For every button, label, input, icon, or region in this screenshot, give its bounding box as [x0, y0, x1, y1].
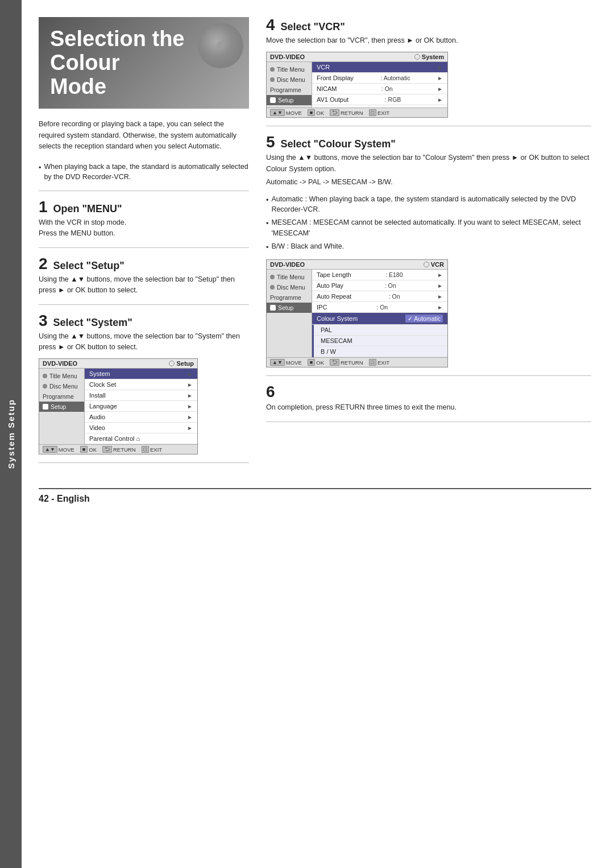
menu4-sidebar-programme: Programme: [267, 85, 312, 95]
menu3-sidebar-programme: Programme: [39, 391, 84, 402]
menu5-sub-pal: PAL: [314, 325, 447, 336]
disc-icon-4a: [270, 67, 275, 72]
step-3-body: Using the ▲▼ buttons, move the selection…: [39, 331, 249, 353]
step-4-header: 4 Select "VCR": [266, 17, 591, 33]
menu5-row-tape: Tape Length : E180 ►: [312, 270, 447, 280]
step-4: 4 Select "VCR" Move the selection bar to…: [266, 17, 591, 118]
menu5-sub-bw: B / W: [314, 346, 447, 357]
arrow-icon-5d: ►: [437, 304, 443, 311]
menu5-body: Title Menu Disc Menu Programme: [267, 270, 447, 357]
menu5-row-ipc: IPC : On ►: [312, 302, 447, 313]
circle-icon-5: [424, 262, 429, 267]
menu4-sidebar-setup: Setup: [267, 95, 312, 105]
menu4-body: Title Menu Disc Menu Programme: [267, 62, 447, 108]
menu3-sidebar-title-menu: Title Menu: [39, 371, 84, 381]
menu5-footer: ▲▼ MOVE ■ OK ⮌ RETURN □ EXIT: [267, 357, 447, 367]
step-5-body: Using the ▲▼ buttons, move the selection…: [266, 152, 591, 188]
page-title: Selection the Colour Mode: [50, 27, 238, 98]
menu5-sidebar-setup: Setup: [267, 303, 312, 313]
menu4-row-av1: AV1 Output : RGB ►: [312, 94, 447, 105]
columns-layout: Selection the Colour Mode Before recordi…: [39, 17, 591, 471]
menu3-sidebar: Title Menu Disc Menu Programme: [39, 369, 85, 444]
step-6: 6 On completion, press RETURN three time…: [266, 384, 591, 413]
step-5: 5 Select "Colour System" Using the ▲▼ bu…: [266, 134, 591, 367]
step-1-header: 1 Open "MENU": [39, 199, 249, 215]
step-6-header: 6: [266, 384, 591, 400]
step-4-body: Move the selection bar to "VCR", then pr…: [266, 35, 591, 46]
menu4-header: DVD-VIDEO System: [267, 52, 447, 62]
menu5-row-autoplay: Auto Play : On ►: [312, 280, 447, 291]
arrow-icon: ►: [187, 371, 193, 377]
arrow-icon-5b: ►: [437, 283, 443, 289]
menu3-row-install: Install ►: [85, 390, 197, 401]
menu5-sidebar-title: Title Menu: [267, 272, 312, 282]
divider-4: [39, 462, 249, 463]
main-content: Selection the Colour Mode Before recordi…: [22, 0, 614, 521]
sidebar: System Setup: [0, 0, 22, 868]
gear-icon-5: [270, 305, 276, 311]
step-1: 1 Open "MENU" With the VCR in stop mode.…: [39, 199, 249, 239]
disc-icon-5a: [270, 275, 275, 279]
menu3-content: System ► Clock Set ► Install ►: [85, 369, 197, 444]
bullet-automatic: • Automatic : When playing back a tape, …: [266, 194, 591, 216]
step-5-header: 5 Select "Colour System": [266, 134, 591, 150]
arrow-icon-5a: ►: [437, 272, 443, 278]
gear-icon-3: [43, 404, 48, 410]
step-1-body: With the VCR in stop mode. Press the MEN…: [39, 217, 249, 239]
menu5-sidebar-programme: Programme: [267, 292, 312, 303]
intro-bullet: • When playing back a tape, the standard…: [39, 162, 249, 183]
menu3-sidebar-disc-menu: Disc Menu: [39, 381, 84, 391]
menu4-row-vcr: VCR ►: [312, 62, 447, 73]
arrow-icon6: ►: [187, 425, 193, 431]
arrow-icon-4d: ►: [437, 97, 443, 103]
arrow-icon2: ►: [187, 382, 193, 388]
menu3-row-language: Language ►: [85, 401, 197, 412]
page-footer: 42 - English: [39, 488, 591, 504]
menu3-header: DVD-VIDEO Setup: [39, 359, 197, 369]
menu-screenshot-4: DVD-VIDEO System Title Menu: [266, 52, 448, 118]
arrow-icon4: ►: [187, 403, 193, 410]
arrow-icon5: ►: [187, 414, 193, 420]
menu3-row-clockset: Clock Set ►: [85, 379, 197, 390]
menu4-footer: ▲▼ MOVE ■ OK ⮌ RETURN □ EXIT: [267, 108, 447, 117]
menu4-sidebar: Title Menu Disc Menu Programme: [267, 62, 312, 108]
step-2-header: 2 Select "Setup": [39, 256, 249, 272]
bullet-mesecam: • MESECAM : MESECAM cannot be selected a…: [266, 217, 591, 239]
menu3-body: Title Menu Disc Menu Programme: [39, 369, 197, 444]
menu5-header: DVD-VIDEO VCR: [267, 260, 447, 270]
left-column: Selection the Colour Mode Before recordi…: [39, 17, 249, 471]
menu4-content: VCR ► Front Display : Automatic ► NICAM …: [312, 62, 447, 108]
divider-3: [39, 304, 249, 305]
divider-2: [39, 247, 249, 248]
step-5-bullets: • Automatic : When playing back a tape, …: [266, 194, 591, 253]
step-3: 3 Select "System" Using the ▲▼ buttons, …: [39, 313, 249, 455]
bullet-bw: • B/W : Black and White.: [266, 241, 591, 253]
step-2: 2 Select "Setup" Using the ▲▼ buttons, m…: [39, 256, 249, 296]
arrow-icon-4b: ►: [437, 75, 443, 81]
step-2-body: Using the ▲▼ buttons, move the selection…: [39, 274, 249, 296]
disc-icon-5b: [270, 285, 275, 290]
divider-5: [266, 126, 591, 126]
menu3-row-video: Video ►: [85, 423, 197, 433]
right-column: 4 Select "VCR" Move the selection bar to…: [266, 17, 591, 471]
menu5-submenu: PAL MESECAM B / W: [312, 325, 447, 357]
menu5-sidebar-disc: Disc Menu: [267, 282, 312, 292]
step-3-header: 3 Select "System": [39, 313, 249, 329]
menu3-row-system: System ►: [85, 369, 197, 379]
menu3-sidebar-setup: Setup: [39, 402, 84, 412]
arrow-icon-4a: ►: [437, 64, 443, 71]
disc-icon-small: [43, 374, 47, 378]
step-6-body: On completion, press RETURN three times …: [266, 402, 591, 413]
menu5-row-autorepeat: Auto Repeat : On ►: [312, 291, 447, 302]
menu3-footer: ▲▼ MOVE ■ OK ⮌ RETURN □ EXIT: [39, 444, 197, 454]
menu4-sidebar-disc: Disc Menu: [267, 75, 312, 85]
menu-screenshot-3: DVD-VIDEO Setup Title Menu: [39, 358, 198, 454]
menu3-row-parental: Parental Control ⌂: [85, 433, 197, 444]
menu4-row-nicam: NICAM : On ►: [312, 84, 447, 94]
divider-1: [39, 191, 249, 191]
menu5-content: Tape Length : E180 ► Auto Play : On ► Au…: [312, 270, 447, 357]
circle-icon-4: [414, 54, 420, 60]
menu5-row-coloursystem: Colour System ✓ Automatic: [312, 313, 447, 325]
disc-icon-4b: [270, 77, 275, 82]
menu4-sidebar-title: Title Menu: [267, 64, 312, 75]
